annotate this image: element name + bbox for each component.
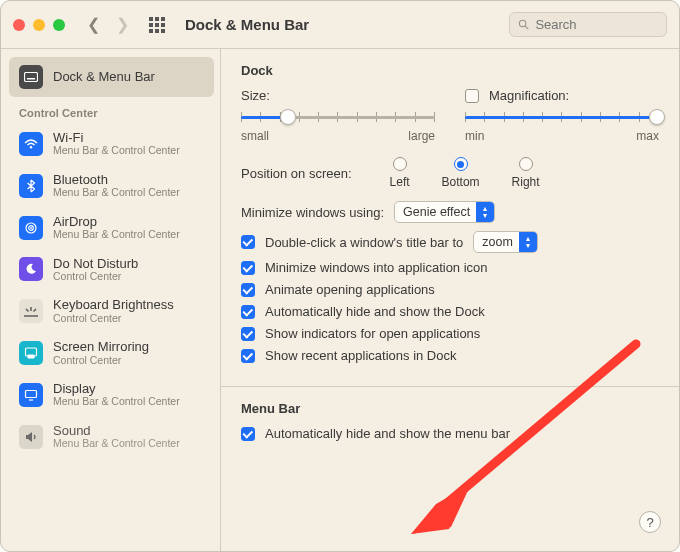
svg-point-0 (519, 20, 525, 26)
size-min-label: small (241, 129, 269, 143)
position-left[interactable]: Left (390, 157, 410, 189)
help-button[interactable]: ? (639, 511, 661, 533)
autohide-menubar-checkbox[interactable] (241, 427, 255, 441)
radio-label: Right (512, 175, 540, 189)
menubar-section: Menu Bar Automatically hide and show the… (221, 387, 679, 477)
sidebar-item-label: Screen Mirroring (53, 340, 149, 354)
position-bottom[interactable]: Bottom (442, 157, 480, 189)
radio-label: Left (390, 175, 410, 189)
window-controls (13, 19, 65, 31)
mag-min-label: min (465, 129, 484, 143)
sidebar-item-dnd[interactable]: Do Not DisturbControl Center (9, 249, 214, 291)
airdrop-icon (19, 216, 43, 240)
sidebar-item-sublabel: Control Center (53, 271, 138, 283)
magnification-checkbox[interactable] (465, 89, 479, 103)
minimize-using-select[interactable]: Genie effect▴▾ (394, 201, 495, 223)
show-recent-checkbox[interactable] (241, 349, 255, 363)
menubar-heading: Menu Bar (241, 401, 659, 416)
sidebar-item-sound[interactable]: SoundMenu Bar & Control Center (9, 416, 214, 458)
sidebar-item-screen-mirroring[interactable]: Screen MirroringControl Center (9, 332, 214, 374)
autohide-menubar-label: Automatically hide and show the menu bar (265, 426, 510, 441)
sidebar-item-display[interactable]: DisplayMenu Bar & Control Center (9, 374, 214, 416)
position-label: Position on screen: (241, 166, 352, 181)
radio-label: Bottom (442, 175, 480, 189)
svg-rect-13 (28, 355, 35, 359)
select-value: zoom (482, 235, 519, 249)
opt-label: Animate opening applications (265, 282, 435, 297)
sidebar-item-label: Keyboard Brightness (53, 298, 174, 312)
sidebar-section-header: Control Center (9, 97, 214, 123)
svg-line-1 (525, 26, 528, 29)
sidebar-item-label: Dock & Menu Bar (53, 70, 155, 84)
mag-max-label: max (636, 129, 659, 143)
sidebar-item-sublabel: Control Center (53, 355, 149, 367)
position-right[interactable]: Right (512, 157, 540, 189)
opt-label: Show recent applications in Dock (265, 348, 457, 363)
back-button[interactable]: ❮ (87, 15, 100, 34)
magnification-slider[interactable] (465, 107, 659, 127)
svg-rect-14 (26, 390, 37, 397)
svg-point-4 (30, 146, 32, 148)
sidebar-item-label: Display (53, 382, 180, 396)
sidebar-item-sublabel: Menu Bar & Control Center (53, 438, 180, 450)
opt-label: Automatically hide and show the Dock (265, 304, 485, 319)
size-max-label: large (408, 129, 435, 143)
svg-line-11 (34, 309, 37, 312)
dbl-click-checkbox[interactable] (241, 235, 255, 249)
opt-label: Show indicators for open applications (265, 326, 480, 341)
sidebar-item-sublabel: Menu Bar & Control Center (53, 145, 180, 157)
sidebar-item-dock-menubar[interactable]: Dock & Menu Bar (9, 57, 214, 97)
sidebar-item-label: Bluetooth (53, 173, 180, 187)
sidebar-item-sublabel: Menu Bar & Control Center (53, 396, 180, 408)
sidebar-item-wifi[interactable]: Wi-FiMenu Bar & Control Center (9, 123, 214, 165)
sidebar[interactable]: Dock & Menu Bar Control Center Wi-FiMenu… (1, 49, 221, 551)
svg-line-10 (26, 309, 29, 312)
opt-label: Minimize windows into application icon (265, 260, 488, 275)
window-title: Dock & Menu Bar (185, 16, 309, 33)
help-label: ? (646, 515, 653, 530)
animate-opening-checkbox[interactable] (241, 283, 255, 297)
magnification-label: Magnification: (489, 88, 569, 103)
search-input[interactable] (535, 17, 658, 32)
dbl-click-select[interactable]: zoom▴▾ (473, 231, 538, 253)
display-icon (19, 383, 43, 407)
sound-icon (19, 425, 43, 449)
dbl-click-label: Double-click a window's title bar to (265, 235, 463, 250)
chevron-updown-icon: ▴▾ (476, 202, 494, 222)
sidebar-item-bluetooth[interactable]: BluetoothMenu Bar & Control Center (9, 165, 214, 207)
show-all-icon[interactable] (149, 17, 165, 33)
sidebar-item-label: Wi-Fi (53, 131, 180, 145)
size-slider[interactable] (241, 107, 435, 127)
autohide-dock-checkbox[interactable] (241, 305, 255, 319)
forward-button[interactable]: ❯ (116, 15, 129, 34)
svg-marker-17 (411, 489, 466, 534)
minimize-window-button[interactable] (33, 19, 45, 31)
svg-rect-2 (25, 73, 38, 82)
content-pane[interactable]: Dock Size: smalllarge Magnification: (221, 49, 679, 551)
sidebar-item-sublabel: Menu Bar & Control Center (53, 187, 180, 199)
zoom-window-button[interactable] (53, 19, 65, 31)
search-field[interactable] (509, 12, 667, 37)
close-window-button[interactable] (13, 19, 25, 31)
sidebar-item-airdrop[interactable]: AirDropMenu Bar & Control Center (9, 207, 214, 249)
screen-mirroring-icon (19, 341, 43, 365)
show-indicators-checkbox[interactable] (241, 327, 255, 341)
bluetooth-icon (19, 174, 43, 198)
svg-rect-3 (27, 78, 35, 80)
sidebar-item-sublabel: Menu Bar & Control Center (53, 229, 180, 241)
minimize-using-label: Minimize windows using: (241, 205, 384, 220)
chevron-updown-icon: ▴▾ (519, 232, 537, 252)
minimize-into-icon-checkbox[interactable] (241, 261, 255, 275)
nav-arrows: ❮ ❯ (87, 15, 129, 34)
size-label: Size: (241, 88, 435, 103)
wifi-icon (19, 132, 43, 156)
select-value: Genie effect (403, 205, 476, 219)
svg-point-7 (30, 227, 32, 229)
dock-heading: Dock (241, 63, 659, 78)
sidebar-item-label: Sound (53, 424, 180, 438)
sidebar-item-keyboard-brightness[interactable]: Keyboard BrightnessControl Center (9, 290, 214, 332)
search-icon (518, 18, 529, 31)
sidebar-item-label: Do Not Disturb (53, 257, 138, 271)
sidebar-item-label: AirDrop (53, 215, 180, 229)
dock-section: Dock Size: smalllarge Magnification: (221, 49, 679, 386)
